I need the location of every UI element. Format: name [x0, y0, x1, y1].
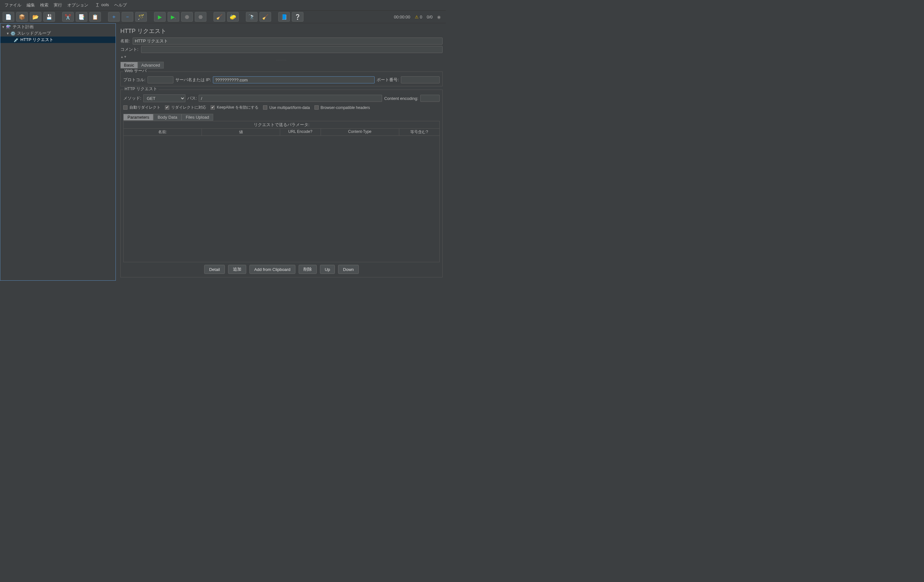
menu-edit[interactable]: 編集	[24, 1, 38, 9]
menu-run[interactable]: 実行	[51, 1, 65, 9]
config-tabs: Basic Advanced	[120, 61, 442, 68]
http-request-legend: HTTP リクエスト	[123, 86, 158, 92]
param-header: 名前: 値 URL Encode? Content-Type 等号含む?	[124, 129, 439, 136]
menu-options[interactable]: オプション	[65, 1, 91, 9]
tree-panel[interactable]: ▼ ⚗️ テスト計画 ▼ ⚙️ スレッドグループ 💉 HTTP リクエスト	[0, 23, 116, 281]
tree-root[interactable]: ▼ ⚗️ テスト計画	[0, 24, 116, 30]
toolbar: 📄 📦 📂 💾 ✂️ 📑 📋 ＋ － 🪄 ▶ ▶. ⬣ ⬣ 🧹 🧽 🔭 🧹 📘 …	[0, 10, 446, 23]
up-button[interactable]: Up	[320, 265, 335, 274]
tree-http-request[interactable]: 💉 HTTP リクエスト	[0, 36, 116, 43]
menu-file[interactable]: ファイル	[2, 1, 24, 9]
http-request-group: HTTP リクエスト メソッド: GET パス: Content encodin…	[120, 87, 442, 278]
content-enc-label: Content encoding:	[384, 96, 418, 101]
cb-auto-redirect[interactable]: 自動リダイレクト	[123, 105, 160, 110]
remove-icon[interactable]: －	[122, 12, 133, 22]
tab-advanced[interactable]: Advanced	[138, 62, 164, 69]
method-select[interactable]: GET	[144, 94, 185, 102]
menu-search[interactable]: 検索	[38, 1, 51, 9]
copy-icon[interactable]: 📑	[76, 12, 87, 22]
comment-input[interactable]	[141, 46, 442, 53]
content-panel: HTTP リクエスト 名前: コメント: ▲▼ ::::::::: Basic …	[116, 23, 446, 281]
save-icon[interactable]: 💾	[43, 12, 55, 22]
method-label: メソッド:	[123, 95, 141, 101]
down-button[interactable]: Down	[338, 265, 358, 274]
delete-button[interactable]: 削除	[299, 265, 317, 274]
param-tabs: Parameters Body Data Files Upload	[123, 113, 440, 120]
pipette-icon: 💉	[13, 37, 19, 42]
resize-grip[interactable]: :::::::::	[120, 59, 442, 61]
param-title: リクエストで送るパラメータ:	[124, 121, 439, 129]
tree-group[interactable]: ▼ ⚙️ スレッドグループ	[0, 30, 116, 36]
cb-follow-redirect[interactable]: ✔リダイレクトに対応	[165, 105, 206, 110]
new-icon[interactable]: 📄	[3, 12, 14, 22]
help-icon[interactable]: ❔	[292, 12, 304, 22]
checkbox-icon: ✔	[165, 105, 169, 110]
col-value[interactable]: 値	[202, 129, 280, 135]
elapsed-time: 00:00:00	[394, 15, 410, 20]
col-ctype[interactable]: Content-Type	[321, 129, 399, 135]
port-label: ポート番号:	[376, 77, 399, 83]
tab-parameters[interactable]: Parameters	[123, 114, 153, 121]
checkbox-row: 自動リダイレクト ✔リダイレクトに対応 ✔KeepAlive を有効にする Us…	[123, 105, 440, 110]
col-equals[interactable]: 等号含む?	[399, 129, 440, 135]
detail-button[interactable]: Detail	[204, 265, 224, 274]
gauge-icon: ◉	[437, 15, 441, 20]
thread-count: 0/0	[427, 15, 432, 20]
tree-item-label: HTTP リクエスト	[20, 37, 53, 43]
reset-search-icon[interactable]: 🧹	[259, 12, 271, 22]
cb-keep-alive[interactable]: ✔KeepAlive を有効にする	[211, 105, 259, 110]
tree-root-label: テスト計画	[13, 24, 34, 30]
web-server-legend: Web サーバ	[123, 68, 148, 74]
cut-icon[interactable]: ✂️	[62, 12, 74, 22]
comment-label: コメント:	[120, 46, 139, 53]
run-notimer-icon[interactable]: ▶.	[168, 12, 179, 22]
main-area: ▼ ⚗️ テスト計画 ▼ ⚙️ スレッドグループ 💉 HTTP リクエスト HT…	[0, 23, 446, 281]
templates-icon[interactable]: 📦	[16, 12, 28, 22]
gear-icon: ⚙️	[10, 31, 16, 36]
path-input[interactable]	[199, 95, 382, 102]
page-title: HTTP リクエスト	[120, 27, 442, 35]
menubar: ファイル 編集 検索 実行 オプション Tools ヘルプ	[0, 0, 446, 10]
paste-icon[interactable]: 📋	[89, 12, 101, 22]
web-server-group: Web サーバ プロトコル: サーバ名または IP: ポート番号:	[120, 69, 442, 86]
open-icon[interactable]: 📂	[30, 12, 41, 22]
add-clipboard-button[interactable]: Add from Clipboard	[249, 265, 295, 274]
param-body[interactable]	[124, 136, 439, 262]
server-label: サーバ名または IP:	[175, 77, 211, 83]
tab-basic[interactable]: Basic	[120, 62, 138, 69]
port-input[interactable]	[401, 76, 440, 84]
flask-icon: ⚗️	[5, 24, 12, 30]
clear-icon[interactable]: 🧹	[213, 12, 225, 22]
checkbox-icon	[123, 105, 127, 110]
run-icon[interactable]: ▶	[154, 12, 166, 22]
cb-multipart[interactable]: Use multipart/form-data	[263, 105, 310, 110]
search-icon[interactable]: 🔭	[246, 12, 257, 22]
add-button[interactable]: 追加	[228, 265, 246, 274]
stop-icon[interactable]: ⬣	[181, 12, 193, 22]
function-icon[interactable]: 📘	[278, 12, 290, 22]
warn-badge: ⚠ 0	[415, 15, 422, 20]
collapse-arrows[interactable]: ▲▼	[120, 55, 442, 59]
path-label: パス:	[187, 95, 197, 101]
checkbox-icon	[263, 105, 267, 110]
clear-all-icon[interactable]: 🧽	[227, 12, 239, 22]
tab-files-upload[interactable]: Files Upload	[182, 114, 213, 121]
checkbox-icon	[315, 105, 318, 110]
add-icon[interactable]: ＋	[108, 12, 120, 22]
col-name[interactable]: 名前:	[124, 129, 202, 135]
cb-browser-headers[interactable]: Browser-compatible headers	[315, 105, 370, 110]
content-enc-input[interactable]	[420, 95, 440, 102]
shutdown-icon[interactable]: ⬣	[195, 12, 206, 22]
checkbox-icon: ✔	[211, 105, 215, 110]
col-encode[interactable]: URL Encode?	[280, 129, 321, 135]
status-bar: 00:00:00 ⚠ 0 0/0 ◉	[394, 15, 443, 20]
name-label: 名前:	[120, 38, 130, 44]
server-input[interactable]	[213, 76, 375, 84]
tab-body-data[interactable]: Body Data	[153, 114, 182, 121]
protocol-input[interactable]	[147, 76, 173, 84]
name-input[interactable]	[133, 38, 442, 44]
menu-help[interactable]: ヘルプ	[112, 1, 129, 9]
menu-tools[interactable]: Tools	[91, 1, 112, 9]
wand-icon[interactable]: 🪄	[135, 12, 147, 22]
protocol-label: プロトコル:	[123, 77, 145, 83]
